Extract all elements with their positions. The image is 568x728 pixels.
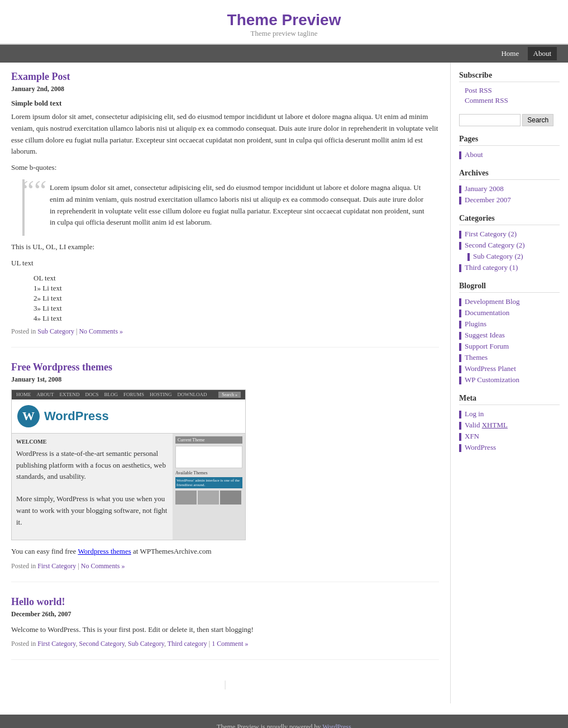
- meta-xhtml: Valid XHTML: [459, 420, 560, 431]
- page-about: About: [459, 149, 560, 160]
- categories-heading: Categories: [459, 214, 560, 225]
- sidebar-categories: Categories First Category (2) Second Cat…: [459, 214, 560, 273]
- cat-first: First Category (2): [459, 229, 560, 240]
- blogroll-support: Support Forum: [459, 341, 560, 352]
- comment-rss-link[interactable]: Comment RSS: [459, 96, 560, 106]
- blogroll-wpcustom: WP Customization: [459, 374, 560, 386]
- page-divider: |: [11, 674, 439, 695]
- list-item: 2» Li text: [34, 294, 439, 303]
- archives-heading: Archives: [459, 169, 560, 180]
- hw-cat-second[interactable]: Second Category: [79, 640, 125, 648]
- archives-list: January 2008 December 2007: [459, 183, 560, 206]
- blogroll-wpplanet: WordPress Planet: [459, 363, 560, 374]
- archive-jan2008: January 2008: [459, 183, 560, 194]
- blogroll-plugins: Plugins: [459, 318, 560, 330]
- subscribe-heading: Subscribe: [459, 71, 560, 82]
- post-rss-link[interactable]: Post RSS: [459, 85, 560, 96]
- meta-list: Log in Valid XHTML XFN WordPress: [459, 408, 560, 453]
- post-meta-example: Posted in Sub Category | No Comments »: [11, 327, 439, 336]
- meta-xfn: XFN: [459, 431, 560, 442]
- post-hello-world: Hello world! December 26th, 2007 Welcome…: [11, 596, 439, 660]
- footer-wp-link[interactable]: WordPress: [322, 723, 351, 728]
- li-list: 1» Li text 2» Li text 3» Li text 4» Li t…: [34, 284, 439, 323]
- sidebar: Subscribe Post RSS Comment RSS Search Pa…: [451, 63, 568, 703]
- hw-cat-first[interactable]: First Category: [37, 640, 75, 648]
- post-date-hello-world: December 26th, 2007: [11, 610, 439, 618]
- search-input[interactable]: [459, 114, 521, 126]
- blogroll-heading: Blogroll: [459, 282, 560, 293]
- meta-login: Log in: [459, 408, 560, 420]
- pages-heading: Pages: [459, 135, 560, 146]
- comments-link-wp-themes[interactable]: No Comments »: [81, 562, 125, 570]
- post-date-wp-themes: January 1st, 2008: [11, 375, 439, 384]
- post-example: Example Post January 2nd, 2008 Simple bo…: [11, 71, 439, 348]
- sidebar-archives: Archives January 2008 December 2007: [459, 169, 560, 206]
- meta-wordpress: WordPress: [459, 442, 560, 453]
- sidebar-meta: Meta Log in Valid XHTML XFN WordPress: [459, 394, 560, 453]
- footer-line1: Theme Preview is proudly powered by Word…: [8, 723, 560, 728]
- post-body-hello-world: Welcome to WordPress. This is your first…: [11, 624, 439, 636]
- sidebar-subscribe: Subscribe Post RSS Comment RSS: [459, 71, 560, 106]
- post-title-example[interactable]: Example Post: [11, 71, 70, 82]
- post-meta-wp-themes: Posted in First Category | No Comments »: [11, 562, 439, 570]
- subscribe-links: Post RSS Comment RSS: [459, 85, 560, 106]
- post-blockquote: Lorem ipsum dolor sit amet, consectetur …: [22, 179, 439, 236]
- cat-second: Second Category (2): [459, 240, 560, 251]
- hw-comments[interactable]: 1 Comment »: [212, 640, 248, 648]
- blogroll-dev: Development Blog: [459, 296, 560, 307]
- blogroll-docs: Documentation: [459, 307, 560, 318]
- ul-label: UL text: [11, 258, 439, 269]
- list-item: 4» Li text: [34, 314, 439, 323]
- list-item: 1» Li text: [34, 284, 439, 293]
- post-bold-line: Simple bold text: [11, 99, 439, 108]
- archive-dec2007: December 2007: [459, 194, 560, 206]
- meta-heading: Meta: [459, 394, 560, 405]
- post-title-hello-world[interactable]: Hello world!: [11, 596, 65, 607]
- bquote-label: Some b-quotes:: [11, 162, 439, 174]
- post-wordpress-themes: Free Wordpress themes January 1st, 2008 …: [11, 361, 439, 582]
- list-intro: This is UL, OL, LI example:: [11, 241, 439, 253]
- site-title: Theme Preview: [0, 11, 568, 29]
- blogroll-themes: Themes: [459, 352, 560, 363]
- list-item: 3» Li text: [34, 304, 439, 313]
- ol-label: OL text: [34, 274, 439, 283]
- categories-list: First Category (2) Second Category (2) S…: [459, 229, 560, 273]
- nav-about[interactable]: About: [528, 47, 557, 60]
- post-date-example: January 2nd, 2008: [11, 85, 439, 93]
- nav-home[interactable]: Home: [495, 47, 524, 60]
- sidebar-pages: Pages About: [459, 135, 560, 160]
- list-section: This is UL, OL, LI example: UL text OL t…: [11, 241, 439, 323]
- search-button[interactable]: Search: [522, 114, 553, 126]
- category-link-first[interactable]: First Category: [37, 562, 76, 570]
- hw-cat-sub[interactable]: Sub Category: [128, 640, 164, 648]
- pages-list: About: [459, 149, 560, 160]
- comments-link-example[interactable]: No Comments »: [79, 327, 123, 335]
- cat-third: Third category (1): [459, 262, 560, 273]
- category-link-subcategory[interactable]: Sub Category: [37, 327, 74, 335]
- blogroll-suggest: Suggest Ideas: [459, 330, 560, 341]
- cat-sub: Sub Category (2): [459, 251, 560, 262]
- site-tagline: Theme preview tagline: [0, 29, 568, 38]
- navigation: Home About: [0, 45, 568, 63]
- post-body-example: Lorem ipsum dolor sit amet, consectetur …: [11, 111, 439, 158]
- post-meta-hello-world: Posted in First Category, Second Categor…: [11, 640, 439, 648]
- sidebar-blogroll: Blogroll Development Blog Documentation …: [459, 282, 560, 386]
- post-title-wp-themes[interactable]: Free Wordpress themes: [11, 361, 112, 373]
- search-box: Search: [459, 114, 560, 126]
- main-content: Example Post January 2nd, 2008 Simple bo…: [0, 63, 451, 703]
- blogroll-list: Development Blog Documentation Plugins S…: [459, 296, 560, 386]
- wp-themes-text: You can easy find free Wordpress themes …: [11, 546, 439, 558]
- wordpress-themes-link[interactable]: Wordpress themes: [78, 547, 131, 555]
- hw-cat-third[interactable]: Third category: [168, 640, 207, 648]
- blockquote-text: Lorem ipsum dolor sit amet, consectetur …: [33, 182, 431, 229]
- footer: Theme Preview is proudly powered by Word…: [0, 715, 568, 728]
- wordpress-screenshot: HOME ABOUT EXTEND DOCS BLOG FORUMS HOSTI…: [11, 389, 246, 540]
